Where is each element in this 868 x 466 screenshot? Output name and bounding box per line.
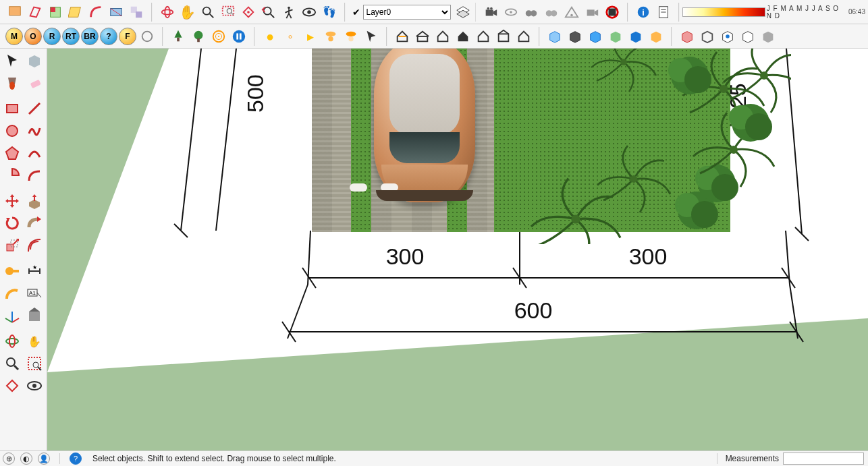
dimension-tool[interactable]: ★ <box>24 260 45 282</box>
scale-tool[interactable] <box>1 235 23 256</box>
house3-icon[interactable] <box>433 27 452 46</box>
house6-icon[interactable] <box>494 27 513 46</box>
flag-icon[interactable]: ▸ <box>301 27 320 46</box>
status-help-icon[interactable]: ? <box>70 453 82 465</box>
binoc-icon[interactable] <box>522 3 541 22</box>
prev-view-icon[interactable] <box>259 3 278 22</box>
render-r-button[interactable]: R <box>43 28 61 45</box>
render-f-button[interactable]: F <box>119 28 136 45</box>
rect-tool[interactable] <box>1 98 23 119</box>
render-m-button[interactable]: M <box>5 28 23 45</box>
protractor-tool[interactable] <box>1 283 23 304</box>
select-tool[interactable] <box>1 50 23 71</box>
rotate-tool[interactable] <box>1 212 23 234</box>
shadow-gradient[interactable] <box>682 7 765 17</box>
tool-icon[interactable] <box>46 3 65 22</box>
axes-tool[interactable] <box>1 305 23 326</box>
zoom-tool[interactable] <box>1 353 23 374</box>
select2-icon[interactable] <box>362 27 381 46</box>
zoom-icon[interactable] <box>198 3 217 22</box>
freehand-tool[interactable] <box>24 120 45 142</box>
cube1-icon[interactable] <box>678 27 697 46</box>
box3-icon[interactable] <box>586 27 605 46</box>
sun-icon[interactable]: ● <box>261 27 279 46</box>
house7-icon[interactable] <box>514 27 533 46</box>
circle-tool[interactable] <box>1 120 23 142</box>
poly-tool[interactable] <box>1 142 23 164</box>
paint-tool[interactable] <box>1 72 23 94</box>
move-tool[interactable] <box>1 190 23 212</box>
binoc2-icon[interactable] <box>542 3 561 22</box>
light-icon[interactable] <box>138 27 157 46</box>
camera-icon[interactable] <box>481 3 500 22</box>
tool-icon[interactable] <box>127 3 146 22</box>
measurements-input[interactable] <box>783 453 864 465</box>
dot-icon[interactable]: ◦ <box>281 27 300 46</box>
house5-icon[interactable] <box>474 27 493 46</box>
layer-manager-icon[interactable] <box>454 3 472 22</box>
status-geo-icon[interactable]: ⊕ <box>3 453 15 465</box>
footprint-icon[interactable]: 👣 <box>320 3 339 22</box>
offset-tool[interactable] <box>24 235 45 256</box>
zoomwin-tool[interactable] <box>24 353 45 374</box>
look-icon[interactable] <box>300 3 319 22</box>
zoom-window-icon[interactable] <box>219 3 238 22</box>
box5-icon[interactable] <box>626 27 645 46</box>
pie-tool[interactable] <box>1 165 23 186</box>
render-br-button[interactable]: BR <box>81 28 99 45</box>
status-user-icon[interactable]: 👤 <box>38 453 50 465</box>
tool-icon[interactable] <box>86 3 105 22</box>
render-rt-button[interactable]: RT <box>62 28 80 45</box>
target2-icon[interactable] <box>209 27 228 46</box>
orbit-icon[interactable] <box>158 3 177 22</box>
box4-icon[interactable] <box>606 27 625 46</box>
text-tool[interactable]: A1 <box>24 283 45 304</box>
followme-tool[interactable] <box>24 212 45 234</box>
house2-icon[interactable] <box>413 27 432 46</box>
eye-tool[interactable] <box>24 375 45 397</box>
arc2-tool[interactable] <box>24 165 45 186</box>
pan-icon[interactable]: ✋ <box>178 3 197 22</box>
tool-icon[interactable] <box>107 3 126 22</box>
eraser-tool[interactable] <box>24 72 45 94</box>
house4-icon[interactable] <box>454 27 472 46</box>
arc-tool[interactable] <box>24 142 45 164</box>
target-icon[interactable] <box>562 3 581 22</box>
zoomext-tool[interactable] <box>1 375 23 397</box>
person1-icon[interactable] <box>321 27 340 46</box>
viewport[interactable]: 500 425 300 300 600 <box>47 49 868 450</box>
walk-icon[interactable] <box>279 3 298 22</box>
info-icon[interactable]: i <box>634 3 653 22</box>
stop-icon[interactable] <box>603 3 622 22</box>
doc-icon[interactable] <box>654 3 673 22</box>
cube3-icon[interactable] <box>718 27 737 46</box>
person2-icon[interactable] <box>342 27 360 46</box>
cube4-icon[interactable] <box>738 27 757 46</box>
pushpull-tool[interactable] <box>24 190 45 212</box>
zoom-extents-icon[interactable] <box>239 3 258 22</box>
tree2-icon[interactable] <box>189 27 208 46</box>
section-tool[interactable] <box>24 305 45 326</box>
cube2-icon[interactable] <box>698 27 717 46</box>
box2-icon[interactable] <box>566 27 585 46</box>
house1-icon[interactable] <box>393 27 412 46</box>
component-tool[interactable] <box>24 50 45 71</box>
line-tool[interactable] <box>24 98 45 119</box>
eye-dim-icon[interactable] <box>501 3 520 22</box>
status-credits-icon[interactable]: ◐ <box>20 453 32 465</box>
cube5-icon[interactable] <box>759 27 778 46</box>
tool-icon[interactable] <box>5 3 24 22</box>
tool-icon[interactable] <box>26 3 45 22</box>
cam-icon[interactable] <box>582 3 601 22</box>
box1-icon[interactable] <box>545 27 564 46</box>
tool-icon[interactable] <box>66 3 85 22</box>
box6-icon[interactable] <box>647 27 666 46</box>
pause-icon[interactable] <box>229 27 248 46</box>
render-o-button[interactable]: O <box>24 28 42 45</box>
render-help-button[interactable]: ? <box>100 28 117 45</box>
tree1-icon[interactable] <box>169 27 188 46</box>
pan-tool[interactable]: ✋ <box>24 330 45 352</box>
orbit-tool[interactable] <box>1 330 23 352</box>
tape-tool[interactable] <box>1 260 23 282</box>
layer-dropdown[interactable]: Layer0 <box>363 5 451 20</box>
